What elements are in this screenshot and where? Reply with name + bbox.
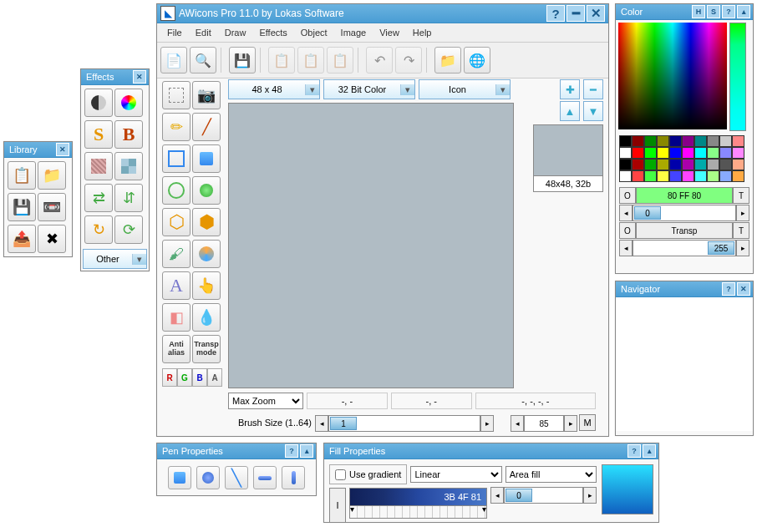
help-icon[interactable]: ?	[722, 282, 735, 296]
zoom-combo[interactable]: Max Zoom	[228, 393, 303, 409]
eyedropper-tool[interactable]: 💧	[192, 303, 221, 332]
nav-value[interactable]: 85	[524, 415, 564, 432]
menu-file[interactable]: File	[160, 25, 189, 40]
menu-view[interactable]: View	[373, 25, 406, 40]
type-dropdown[interactable]: Icon▾	[419, 79, 511, 99]
fill-right[interactable]: ▸	[583, 487, 597, 504]
help-button[interactable]: ?	[546, 5, 565, 22]
hue-bar[interactable]	[729, 23, 746, 131]
area-fill-combo[interactable]: Area fill	[506, 466, 597, 483]
transp-left[interactable]: ◂	[619, 240, 633, 256]
fill-slider[interactable]: 0	[504, 487, 583, 504]
fillcircle-tool[interactable]	[192, 176, 221, 205]
fx-rotate-icon[interactable]: ↻	[84, 215, 113, 244]
close-icon[interactable]: ✕	[56, 143, 69, 156]
add-format-button[interactable]: ✚	[560, 79, 580, 99]
close-icon[interactable]: ✕	[133, 70, 146, 84]
pen-vert[interactable]	[282, 466, 305, 489]
pen-horiz[interactable]	[253, 466, 277, 489]
camera-tool[interactable]: 📷	[192, 81, 221, 109]
hex-left[interactable]: ◂	[619, 205, 633, 221]
gradient-stops[interactable]: ▾ ▾	[349, 506, 487, 519]
fx-reload-icon[interactable]: ⟳	[114, 215, 143, 244]
gradient-tool[interactable]	[192, 240, 221, 268]
help-icon[interactable]: ?	[285, 444, 298, 458]
use-gradient-check[interactable]: Use gradient	[329, 464, 407, 484]
menu-help[interactable]: Help	[406, 25, 439, 40]
search-icon[interactable]: 🔍	[190, 47, 216, 73]
transp-mode-button[interactable]: Transp mode	[192, 335, 221, 363]
gradient-type-combo[interactable]: Linear	[410, 466, 501, 483]
paste2-icon[interactable]: 📋	[327, 47, 353, 73]
menu-object[interactable]: Object	[294, 25, 334, 40]
smudge-tool[interactable]: 👆	[192, 271, 221, 300]
lib-delete-icon[interactable]: ✖	[38, 225, 66, 253]
fx-shadow-icon[interactable]: S	[84, 120, 113, 149]
transp-label[interactable]: Transp	[636, 222, 733, 239]
brush-tool[interactable]: ╱	[192, 113, 221, 141]
fx-grayscale-icon[interactable]	[84, 89, 113, 117]
brush-slider[interactable]: 1	[328, 415, 480, 432]
refresh-icon[interactable]: 📁	[434, 47, 461, 73]
help-icon[interactable]: ?	[627, 444, 641, 458]
lib-open-icon[interactable]: 📁	[38, 161, 66, 190]
transp-right[interactable]: ▸	[736, 240, 749, 256]
brush-left[interactable]: ◂	[315, 415, 328, 432]
thumbnail[interactable]	[533, 124, 603, 176]
channel-a[interactable]: A	[207, 368, 222, 387]
minimize-button[interactable]: ━	[566, 5, 585, 22]
h-button[interactable]: H	[692, 5, 705, 18]
copy-icon[interactable]: 📋	[268, 47, 295, 73]
nav-m-button[interactable]: M	[579, 414, 596, 431]
fx-swap-icon[interactable]: ⇄	[84, 184, 113, 212]
menu-image[interactable]: Image	[334, 25, 373, 40]
channel-b[interactable]: B	[192, 368, 207, 387]
color-spectrum[interactable]	[618, 23, 727, 129]
lib-export-icon[interactable]: 📤	[8, 225, 36, 253]
nav-right[interactable]: ▸	[564, 415, 577, 432]
transp-slider[interactable]: 255	[633, 240, 736, 256]
pen-circle[interactable]	[196, 466, 220, 489]
menu-effects[interactable]: Effects	[252, 25, 293, 40]
rect-tool[interactable]	[162, 144, 191, 173]
lib-saveas-icon[interactable]: 📼	[38, 193, 66, 221]
depth-dropdown[interactable]: 32 Bit Color▾	[323, 79, 415, 99]
fillhex-tool[interactable]: ⬢	[192, 208, 221, 236]
pen-diag[interactable]: ╲	[225, 466, 248, 489]
collapse-icon[interactable]: ▴	[737, 5, 750, 18]
fillrect-tool[interactable]	[192, 144, 221, 173]
nav-left[interactable]: ◂	[511, 415, 524, 432]
select-tool[interactable]	[162, 81, 191, 109]
channel-r[interactable]: R	[162, 368, 177, 387]
brush-right[interactable]: ▸	[480, 415, 494, 432]
navigator-view[interactable]	[616, 297, 753, 431]
hex-right[interactable]: ▸	[736, 205, 749, 221]
collapse-icon[interactable]: ▴	[300, 444, 313, 458]
new-icon[interactable]: 📄	[160, 47, 187, 73]
channel-g[interactable]: G	[177, 368, 192, 387]
fx-texture1-icon[interactable]	[84, 152, 113, 180]
bucket-tool[interactable]: 🖌	[162, 240, 191, 268]
web-icon[interactable]: 🌐	[464, 47, 490, 73]
fx-arrows-icon[interactable]: ⇵	[114, 184, 143, 212]
eraser-tool[interactable]: ◧	[162, 303, 191, 332]
color-hex[interactable]: 80 FF 80	[636, 187, 733, 204]
move-up-button[interactable]: ▲	[560, 101, 580, 121]
circle-tool[interactable]	[162, 176, 191, 205]
hex-tool[interactable]: ⬡	[162, 208, 191, 236]
collapse-icon[interactable]: ▴	[643, 444, 656, 458]
fill-left[interactable]: ◂	[490, 487, 504, 504]
fx-texture2-icon[interactable]	[114, 152, 143, 180]
fx-hue-icon[interactable]	[114, 89, 143, 117]
menu-draw[interactable]: Draw	[218, 25, 253, 40]
hex-slider[interactable]: 0	[633, 205, 736, 221]
text-tool[interactable]: A	[162, 271, 191, 300]
remove-format-button[interactable]: ━	[583, 79, 603, 99]
pencil-tool[interactable]: ✏	[162, 113, 191, 141]
paste-icon[interactable]: 📋	[297, 47, 324, 73]
color-palette[interactable]	[619, 135, 749, 182]
save-icon[interactable]: 💾	[229, 47, 256, 73]
help-icon[interactable]: ?	[722, 5, 735, 18]
canvas[interactable]	[228, 103, 514, 388]
close-icon[interactable]: ✕	[737, 282, 750, 296]
